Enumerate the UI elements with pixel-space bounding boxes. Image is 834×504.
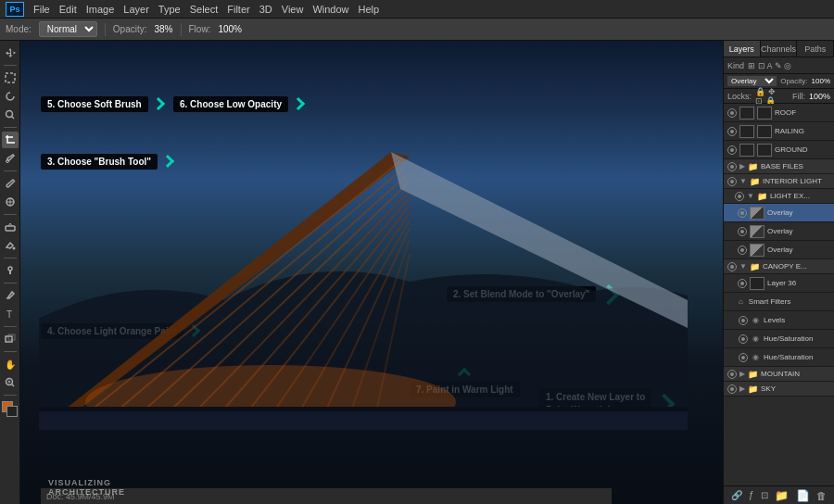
layer-railing[interactable]: RAILING bbox=[724, 122, 834, 141]
layer-overlay-2[interactable]: Overlay bbox=[724, 222, 834, 241]
name-overlay-2: Overlay bbox=[767, 227, 830, 235]
name-light-ex: LIGHT EX... bbox=[770, 192, 830, 200]
clone-tool[interactable] bbox=[2, 194, 19, 210]
folder-canopy: 📁 bbox=[750, 262, 760, 271]
add-style-btn[interactable]: ƒ bbox=[749, 490, 754, 500]
eye-railing[interactable] bbox=[727, 127, 737, 136]
opacity-label: Opacity: bbox=[113, 24, 147, 34]
eye-roof[interactable] bbox=[727, 108, 737, 118]
menu-filter[interactable]: Filter bbox=[227, 4, 249, 15]
delete-layer-btn[interactable]: 🗑 bbox=[816, 490, 827, 501]
eye-layer36[interactable] bbox=[738, 279, 747, 288]
toolbar-sep-1 bbox=[4, 65, 17, 66]
hand-tool[interactable]: ✋ bbox=[2, 356, 19, 372]
new-group-btn[interactable]: 📁 bbox=[775, 489, 789, 502]
svg-line-15 bbox=[11, 384, 14, 387]
eye-huesat1[interactable] bbox=[739, 334, 748, 344]
fill-label: Locks: bbox=[727, 92, 752, 101]
name-base: BASE FILES bbox=[761, 162, 830, 170]
triangle-base: ▶ bbox=[739, 162, 745, 170]
shape-tool[interactable] bbox=[2, 331, 19, 347]
menu-window[interactable]: Window bbox=[312, 4, 348, 15]
crop-tool[interactable] bbox=[2, 132, 19, 148]
group-interior-light[interactable]: ▼ 📁 INTERIOR LIGHT bbox=[724, 174, 834, 189]
menu-image[interactable]: Image bbox=[86, 4, 115, 15]
group-mountain[interactable]: ▶ 📁 MOUNTAIN bbox=[724, 367, 834, 382]
group-light-ex[interactable]: ▼ 📁 LIGHT EX... bbox=[724, 189, 834, 204]
eye-base[interactable] bbox=[727, 162, 737, 171]
eye-overlay-1[interactable] bbox=[738, 208, 747, 218]
layer-overlay-1[interactable]: Overlay bbox=[724, 204, 834, 222]
eye-overlay-2[interactable] bbox=[738, 227, 747, 236]
triangle-light-ex: ▼ bbox=[747, 192, 754, 200]
layer-roof[interactable]: ROOF bbox=[724, 104, 834, 122]
link-layers-btn[interactable]: 🔗 bbox=[731, 490, 742, 500]
dodge-tool[interactable] bbox=[2, 262, 19, 279]
canvas-area[interactable]: 5. Choose Soft Brush 6. Choose Low Opaci… bbox=[20, 41, 723, 504]
eye-canopy[interactable] bbox=[727, 262, 737, 271]
menu-type[interactable]: Type bbox=[158, 4, 181, 15]
eyedropper-tool[interactable] bbox=[2, 150, 19, 167]
menu-layer[interactable]: Layer bbox=[123, 4, 149, 15]
new-layer-btn[interactable]: 📄 bbox=[796, 489, 810, 502]
layer-36[interactable]: Layer 36 bbox=[724, 274, 834, 293]
brush-tool[interactable] bbox=[2, 175, 19, 192]
eye-sky[interactable] bbox=[727, 384, 737, 394]
layer-levels[interactable]: ◉ Levels bbox=[724, 311, 834, 330]
triangle-sky: ▶ bbox=[739, 384, 745, 393]
menu-select[interactable]: Select bbox=[190, 4, 219, 15]
menu-help[interactable]: Help bbox=[359, 4, 380, 15]
eye-ground[interactable] bbox=[727, 145, 737, 155]
eye-levels[interactable] bbox=[739, 316, 748, 325]
eye-overlay-3[interactable] bbox=[738, 246, 747, 255]
toolbar-sep-2 bbox=[4, 127, 17, 128]
layer-hue-sat-1[interactable]: ◉ Hue/Saturation bbox=[724, 330, 834, 348]
layers-tabs: Layers Channels Paths bbox=[724, 41, 834, 57]
color-swatches[interactable] bbox=[2, 401, 19, 418]
group-canopy[interactable]: ▼ 📁 CANOPY E... bbox=[724, 259, 834, 274]
menu-edit[interactable]: Edit bbox=[59, 4, 77, 15]
tab-layers[interactable]: Layers bbox=[724, 41, 761, 57]
tab-paths[interactable]: Paths bbox=[797, 41, 834, 57]
add-mask-btn[interactable]: ⊡ bbox=[761, 490, 768, 500]
lasso-tool[interactable] bbox=[2, 88, 19, 105]
name-layer36: Layer 36 bbox=[767, 279, 830, 287]
group-base-files[interactable]: ▶ 📁 BASE FILES bbox=[724, 159, 834, 174]
triangle-canopy: ▼ bbox=[739, 262, 747, 271]
thumb-roof bbox=[739, 107, 754, 120]
layers-list: ROOF RAILING GROUND ▶ 📁 BASE F bbox=[724, 104, 834, 485]
mask-railing bbox=[757, 125, 772, 138]
ps-logo: Ps bbox=[6, 2, 24, 17]
toolbar-sep-3 bbox=[4, 170, 17, 171]
tab-channels[interactable]: Channels bbox=[761, 41, 798, 57]
layer-ground[interactable]: GROUND bbox=[724, 141, 834, 159]
menu-view[interactable]: View bbox=[282, 4, 304, 15]
eye-interior[interactable] bbox=[727, 177, 737, 186]
paint-bucket-tool[interactable] bbox=[2, 237, 19, 254]
layer-smart-filters[interactable]: ⌂ Smart Filters bbox=[724, 293, 834, 311]
triangle-mountain: ▶ bbox=[739, 370, 745, 378]
name-canopy: CANOPY E... bbox=[763, 262, 830, 271]
menu-3d[interactable]: 3D bbox=[259, 4, 272, 15]
thumb-overlay-3 bbox=[750, 244, 764, 257]
mode-dropdown[interactable]: Normal bbox=[39, 21, 97, 37]
layer-overlay-3[interactable]: Overlay bbox=[724, 241, 834, 259]
quick-select-tool[interactable] bbox=[2, 107, 19, 123]
ann6-arrow-right bbox=[294, 99, 303, 110]
lock-icons: 🔒 ✥ ⊡ 🔒 bbox=[755, 87, 785, 106]
move-tool[interactable] bbox=[2, 44, 19, 61]
group-sky[interactable]: ▶ 📁 SKY bbox=[724, 382, 834, 397]
menu-file[interactable]: File bbox=[33, 4, 50, 15]
eraser-tool[interactable] bbox=[2, 219, 19, 235]
marquee-tool[interactable] bbox=[2, 69, 19, 86]
eye-huesat2[interactable] bbox=[739, 353, 748, 362]
blend-mode-select[interactable]: Overlay bbox=[727, 76, 777, 86]
opacity-value-panel: 100% bbox=[812, 77, 830, 85]
eye-mountain[interactable] bbox=[727, 370, 737, 379]
eye-light-ex[interactable] bbox=[735, 192, 744, 201]
zoom-tool[interactable] bbox=[2, 374, 19, 391]
text-tool[interactable]: T bbox=[2, 306, 19, 322]
layer-hue-sat-2[interactable]: ◉ Hue/Saturation bbox=[724, 348, 834, 367]
name-smart-filters: Smart Filters bbox=[749, 297, 830, 306]
pen-tool[interactable] bbox=[2, 287, 19, 304]
